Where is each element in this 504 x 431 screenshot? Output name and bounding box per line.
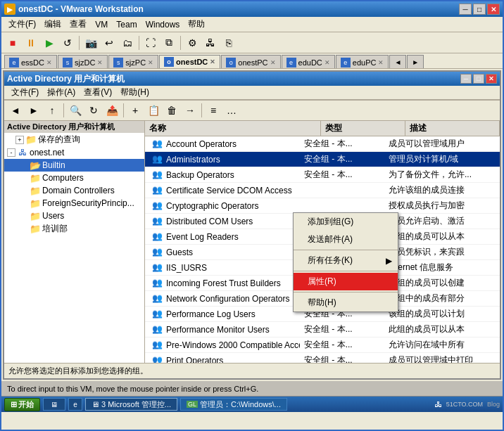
resume-btn[interactable]: ▶ <box>41 34 58 51</box>
ad-forward-btn[interactable]: ► <box>25 102 42 119</box>
ad-back-btn[interactable]: ◄ <box>7 102 24 119</box>
snapshots-btn[interactable]: 🗂 <box>119 34 136 51</box>
list-item-administrators[interactable]: 👥 Administrators 安全组 - 本... 管理员对计算机/域 <box>145 152 500 167</box>
list-item-crypto[interactable]: 👥 Cryptographic Operators 授权成员执行与加密 <box>145 198 500 214</box>
tree-header: Active Directory 用户和计算机 <box>4 121 144 133</box>
network-btn[interactable]: 🖧 <box>202 34 219 51</box>
list-item-cert[interactable]: 👥 Certificate Service DCOM Access 允许该组的成… <box>145 183 500 198</box>
ad-status-bar: 允许您将选定的目标添加到您选择的组。 <box>4 363 500 378</box>
context-menu: 添加到组(G) 发送邮件(A) 所有任务(K) ▶ 属性(R) 帮助(H) <box>293 212 398 312</box>
tab-onestDC[interactable]: o onestDC ✕ <box>159 55 220 69</box>
ad-menu-help[interactable]: 帮助(H) <box>116 85 153 100</box>
folder-icon-builtin: 📂 <box>30 160 41 171</box>
list-item-print[interactable]: 👥 Print Operators 安全组 - 本... 成员可以管理域中打印 <box>145 353 500 363</box>
maximize-button[interactable]: □ <box>473 4 486 15</box>
close-button[interactable]: ✕ <box>487 4 500 15</box>
usb-btn[interactable]: ⎘ <box>220 34 237 51</box>
tab-close-eduPC[interactable]: ✕ <box>378 59 384 66</box>
ad-export-btn[interactable]: 📤 <box>103 102 120 119</box>
tab-close-onestPC[interactable]: ✕ <box>270 59 276 66</box>
tab-essDC[interactable]: e essDC ✕ <box>4 55 57 69</box>
expand-onestnet[interactable]: - <box>7 148 15 157</box>
ad-search-btn[interactable]: 🔍 <box>67 102 84 119</box>
ad-window-title: Active Directory 用户和计算机 <box>7 73 125 85</box>
restart-btn[interactable]: ↺ <box>59 34 76 51</box>
suspend-btn[interactable]: ⏸ <box>23 34 39 51</box>
vmware-status-text: To direct input to this VM, move the mou… <box>7 385 258 393</box>
menu-view[interactable]: 查看 <box>65 17 91 32</box>
menu-edit[interactable]: 编辑 <box>40 17 65 32</box>
list-item-account-operators[interactable]: 👥 Account Operators 安全组 - 本... 成员可以管理域用户 <box>145 136 500 152</box>
menu-team[interactable]: Team <box>112 18 141 31</box>
ad-menu-file[interactable]: 文件(F) <box>7 85 43 100</box>
taskbar-cmd[interactable]: GL 管理员：C:\Windows\... <box>180 398 287 411</box>
menu-help[interactable]: 帮助 <box>184 17 209 32</box>
folder-icon-dc: 📁 <box>30 185 41 196</box>
tab-close-eduDC[interactable]: ✕ <box>325 59 330 66</box>
tab-eduPC[interactable]: e eduPC ✕ <box>336 55 389 69</box>
ad-minimize-btn[interactable]: ─ <box>460 74 472 84</box>
tree-domain-controllers[interactable]: 📁 Domain Controllers <box>4 184 144 197</box>
col-header-desc[interactable]: 描述 <box>405 121 500 136</box>
settings-btn[interactable]: ⚙ <box>184 34 201 51</box>
ad-menu-action[interactable]: 操作(A) <box>43 85 80 100</box>
tab-close-sjzPC[interactable]: ✕ <box>148 59 153 66</box>
taskbar-quick-launch[interactable]: 🖥 <box>43 398 65 411</box>
ad-move-btn[interactable]: → <box>182 102 199 119</box>
tab-nav-right[interactable]: ► <box>407 55 424 69</box>
tree-builtin[interactable]: 📂 Builtin <box>4 159 144 172</box>
minimize-button[interactable]: ─ <box>459 4 472 15</box>
tab-sjzPC[interactable]: s sjzPC ✕ <box>108 55 158 69</box>
ad-new-btn[interactable]: + <box>127 102 144 119</box>
tree-computers[interactable]: 📁 Computers <box>4 172 144 184</box>
start-button[interactable]: ⊞ 开始 <box>4 398 40 411</box>
fullscreen-btn[interactable]: ⛶ <box>142 34 159 51</box>
ad-close-btn[interactable]: ✕ <box>486 74 497 84</box>
ad-refresh-btn[interactable]: ↻ <box>85 102 102 119</box>
col-header-type[interactable]: 类型 <box>321 121 405 136</box>
tab-nav-left[interactable]: ◄ <box>389 55 406 69</box>
taskbar-ie-btn[interactable]: e <box>68 398 82 411</box>
cm-properties[interactable]: 属性(R) <box>294 273 398 290</box>
ad-props-btn[interactable]: 📋 <box>145 102 162 119</box>
tab-icon-onestDC: o <box>164 57 174 67</box>
cm-add-to-group[interactable]: 添加到组(G) <box>294 213 398 231</box>
power-btn[interactable]: ■ <box>4 34 21 51</box>
tree-foreign-security[interactable]: 📁 ForeignSecurityPrincip... <box>4 197 144 210</box>
item-type-perfmon: 安全组 - 本... <box>300 322 384 337</box>
tab-onestPC[interactable]: o onestPC ✕ <box>221 55 280 69</box>
ad-menu-view[interactable]: 查看(V) <box>80 85 116 100</box>
unity-btn[interactable]: ⧉ <box>160 34 177 51</box>
menu-file[interactable]: 文件(F) <box>4 17 40 32</box>
tree-training[interactable]: 📁 培训部 <box>4 222 144 236</box>
ad-up-btn[interactable]: ↑ <box>44 102 61 119</box>
app-icon: ▶ <box>4 4 15 15</box>
tree-onestnet[interactable]: - 🖧 onest.net <box>4 146 144 159</box>
list-item-backup[interactable]: 👥 Backup Operators 安全组 - 本... 为了备份文件，允许.… <box>145 167 500 183</box>
ad-delete-btn[interactable]: 🗑 <box>163 102 180 119</box>
item-type-crypto <box>300 205 384 207</box>
tab-sjzDC[interactable]: s sjzDC ✕ <box>58 55 108 69</box>
tab-eduDC[interactable]: e eduDC ✕ <box>282 55 335 69</box>
list-item-prewin2k[interactable]: 👥 Pre-Windows 2000 Compatible Access 安全组… <box>145 337 500 353</box>
tree-saved-queries[interactable]: + 📁 保存的查询 <box>4 133 144 146</box>
cm-all-tasks[interactable]: 所有任务(K) ▶ <box>294 252 398 269</box>
tab-close-onestDC[interactable]: ✕ <box>210 58 215 65</box>
list-header: 名称 类型 描述 <box>145 121 500 136</box>
tree-users[interactable]: 📁 Users <box>4 210 144 222</box>
taskbar-mmc[interactable]: 🖥 3 Microsoft 管理控... <box>85 398 177 411</box>
col-header-name[interactable]: 名称 <box>145 121 321 136</box>
menu-vm[interactable]: VM <box>91 18 112 31</box>
cm-send-email[interactable]: 发送邮件(A) <box>294 231 398 248</box>
ad-maximize-btn[interactable]: □ <box>473 74 484 84</box>
ad-filter-btn[interactable]: ≡ <box>205 102 222 119</box>
cm-help[interactable]: 帮助(H) <box>294 294 398 311</box>
ad-more-btn[interactable]: … <box>223 102 240 119</box>
expand-saved[interactable]: + <box>15 136 24 144</box>
list-item-perfmon[interactable]: 👥 Performance Monitor Users 安全组 - 本... 此… <box>145 322 500 337</box>
tab-close-essDC[interactable]: ✕ <box>46 59 52 66</box>
snapshot-btn[interactable]: 📷 <box>82 34 99 51</box>
revert-btn[interactable]: ↩ <box>101 34 118 51</box>
menu-windows[interactable]: Windows <box>141 18 184 31</box>
tab-close-sjzDC[interactable]: ✕ <box>97 59 103 66</box>
